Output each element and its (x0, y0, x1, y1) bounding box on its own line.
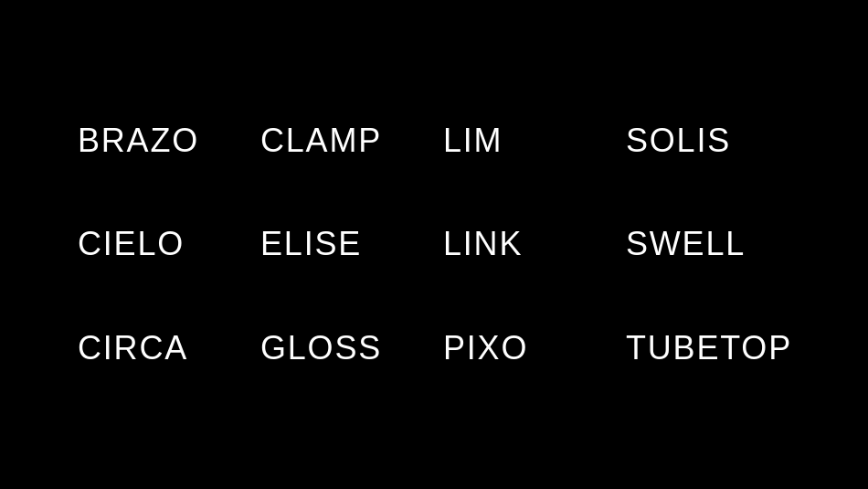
grid-label-pixo: PIXO (443, 329, 528, 367)
grid-label-tubetop: TUBETOP (626, 329, 792, 367)
grid-label-solis: SOLIS (626, 122, 731, 160)
grid-label-brazo: BRAZO (78, 122, 199, 160)
grid-item-pixo[interactable]: PIXO (434, 296, 617, 399)
grid-label-lim: LIM (443, 122, 503, 160)
word-grid: BRAZOCLAMPLIMSOLISCIELOELISELINKSWELLCIR… (69, 71, 799, 419)
grid-item-gloss[interactable]: GLOSS (251, 296, 434, 399)
grid-label-circa: CIRCA (78, 329, 188, 367)
grid-item-lim[interactable]: LIM (434, 90, 617, 193)
grid-label-elise: ELISE (260, 225, 362, 263)
grid-label-clamp: CLAMP (260, 122, 382, 160)
grid-label-cielo: CIELO (78, 225, 185, 263)
grid-item-clamp[interactable]: CLAMP (251, 90, 434, 193)
grid-label-swell: SWELL (626, 225, 746, 263)
grid-item-swell[interactable]: SWELL (617, 193, 799, 296)
grid-label-link: LINK (443, 225, 523, 263)
grid-item-link[interactable]: LINK (434, 193, 617, 296)
grid-item-cielo[interactable]: CIELO (69, 193, 251, 296)
grid-label-gloss: GLOSS (260, 329, 382, 367)
grid-item-circa[interactable]: CIRCA (69, 296, 251, 399)
grid-item-elise[interactable]: ELISE (251, 193, 434, 296)
grid-item-solis[interactable]: SOLIS (617, 90, 799, 193)
grid-item-tubetop[interactable]: TUBETOP (617, 296, 799, 399)
grid-item-brazo[interactable]: BRAZO (69, 90, 251, 193)
